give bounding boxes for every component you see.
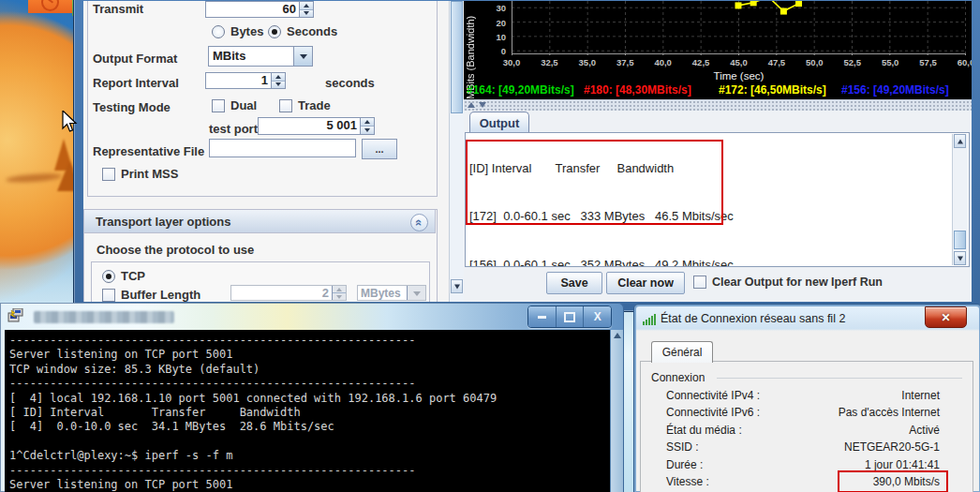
spin-down-icon[interactable] [300, 10, 313, 18]
row-value: Internet [901, 389, 940, 402]
scrollbar-thumb[interactable] [954, 231, 966, 249]
splitter-up-icon[interactable] [468, 102, 475, 108]
representative-file-input[interactable] [209, 139, 356, 157]
test-port-label: test port [209, 122, 258, 136]
output-textarea[interactable]: [ID] Interval Transfer Bandwidth [172] 0… [465, 132, 970, 267]
jperf-results-panel: MBits (Bandwidth) 0102030 30,032,535,037… [464, 1, 972, 302]
collapse-section-button[interactable]: « [410, 214, 428, 231]
row-value: Pas d'accès Internet [839, 406, 940, 419]
scrollbar-down-arrow[interactable] [954, 251, 966, 265]
checkbox-icon[interactable] [212, 99, 225, 112]
mouse-cursor [62, 111, 82, 135]
chevron-down-icon[interactable] [293, 47, 312, 66]
scrollbar-down-arrow[interactable] [451, 279, 463, 293]
legend-item: #156: [49,20MBits/s] [841, 83, 949, 97]
buffer-length-unit-select: MBytes [357, 285, 426, 301]
scrollbar-thumb[interactable] [451, 1, 463, 113]
tab-output[interactable]: Output [469, 112, 529, 133]
y-tick-label: 20 [496, 18, 506, 28]
save-button[interactable]: Save [546, 272, 602, 294]
putty-icon [7, 308, 23, 323]
browse-button[interactable]: ... [362, 139, 397, 159]
chart-x-ticks: 30,032,535,037,540,042,545,047,550,052,5… [512, 57, 966, 67]
radio-icon[interactable] [212, 25, 225, 38]
row-value: Activé [909, 424, 940, 437]
wallpaper-streak [6, 172, 62, 184]
minimize-button[interactable] [528, 306, 556, 327]
x-tick-label: 57,5 [919, 57, 937, 67]
seconds-label: Seconds [287, 24, 337, 38]
spin-down-icon[interactable] [361, 127, 374, 134]
print-mss-checkbox[interactable]: Print MSS [102, 167, 178, 181]
y-tick-label: 10 [496, 32, 506, 42]
dual-checkbox[interactable]: Dual [212, 98, 257, 112]
bytes-radio[interactable]: Bytes [212, 24, 263, 38]
buffer-length-value: 2 [231, 286, 332, 300]
report-interval-label: Report Interval [93, 76, 179, 90]
spin-up-icon[interactable] [361, 118, 374, 127]
wifi-status-dialog: État de Connexion réseau sans fil 2 ✕ Gé… [633, 304, 980, 492]
transmit-value: 60 [206, 2, 299, 17]
trade-checkbox[interactable]: Trade [279, 98, 331, 112]
scrollbar-up-arrow[interactable] [954, 134, 966, 148]
checkbox-icon[interactable] [693, 276, 706, 289]
chevron-down-icon [407, 286, 425, 300]
close-button[interactable]: X [583, 306, 611, 327]
trade-label: Trade [298, 98, 331, 112]
jperf-content: Transmit 60 Bytes Seconds Output Format … [83, 1, 972, 302]
representative-file-label: Representative File [93, 144, 204, 158]
protocol-label: Choose the protocol to use [97, 243, 254, 257]
splitter-down-icon[interactable] [479, 102, 486, 108]
output-scrollbar[interactable] [952, 134, 968, 265]
buffer-length-label: Buffer Length [121, 288, 200, 302]
x-tick-label: 32,5 [541, 57, 558, 67]
x-tick-label: 42,5 [692, 57, 710, 67]
chart-plot-area [512, 1, 966, 55]
spin-down-icon [333, 293, 346, 300]
checkbox-icon[interactable] [102, 168, 115, 181]
terminal-title-redacted [34, 311, 174, 323]
row-label: Durée : [666, 458, 703, 471]
test-port-spinner[interactable]: 5 001 [258, 117, 375, 135]
report-interval-spinner[interactable]: 1 [205, 72, 286, 89]
tcp-label: TCP [121, 269, 145, 283]
output-buttons-row: Save Clear now Clear Output for new Iper… [464, 268, 972, 302]
x-tick-label: 45,0 [730, 57, 748, 67]
settings-scrollbar[interactable] [449, 1, 465, 302]
scrollbar-up-arrow[interactable] [614, 333, 621, 338]
checkbox-icon[interactable] [279, 99, 292, 112]
terminal-scrollbar[interactable] [610, 330, 623, 492]
seconds-radio[interactable]: Seconds [268, 24, 337, 38]
jperf-settings-panel: Transmit 60 Bytes Seconds Output Format … [83, 1, 449, 302]
clear-now-button[interactable]: Clear now [606, 272, 685, 294]
spin-up-icon[interactable] [272, 73, 285, 82]
transport-options-header[interactable]: Transport layer options « [83, 209, 436, 233]
x-tick-label: 55,0 [882, 57, 899, 67]
x-tick-label: 40,0 [654, 57, 672, 67]
tab-general[interactable]: Général [651, 341, 713, 363]
buffer-length-checkbox[interactable]: Buffer Length [102, 288, 200, 302]
radio-selected-icon[interactable] [102, 270, 115, 283]
bandwidth-chart: MBits (Bandwidth) 0102030 30,032,535,037… [464, 1, 972, 99]
clear-output-label: Clear Output for new Iperf Run [712, 276, 883, 289]
radio-selected-icon[interactable] [268, 25, 281, 38]
transport-options-title: Transport layer options [96, 215, 230, 229]
transmit-spinner[interactable]: 60 [205, 1, 314, 18]
output-format-select[interactable]: MBits [208, 46, 313, 67]
terminal-content[interactable]: ----------------------------------------… [5, 330, 610, 492]
spin-up-icon[interactable] [300, 2, 313, 10]
checkbox-icon[interactable] [102, 289, 115, 302]
clear-output-checkbox[interactable]: Clear Output for new Iperf Run [693, 276, 883, 289]
y-tick-label: 30 [496, 3, 506, 13]
x-tick-label: 37,5 [616, 57, 634, 67]
close-button[interactable]: ✕ [925, 306, 967, 328]
tcp-radio[interactable]: TCP [102, 269, 145, 283]
x-tick-label: 30,0 [503, 57, 521, 67]
chart-series-svg [512, 1, 966, 55]
x-tick-label: 60,0 [958, 57, 972, 67]
spin-down-icon[interactable] [272, 82, 285, 89]
maximize-button[interactable] [556, 306, 584, 327]
buffer-length-unit: MBytes [358, 286, 407, 300]
dual-label: Dual [230, 98, 257, 112]
output-format-value: MBits [209, 47, 293, 66]
